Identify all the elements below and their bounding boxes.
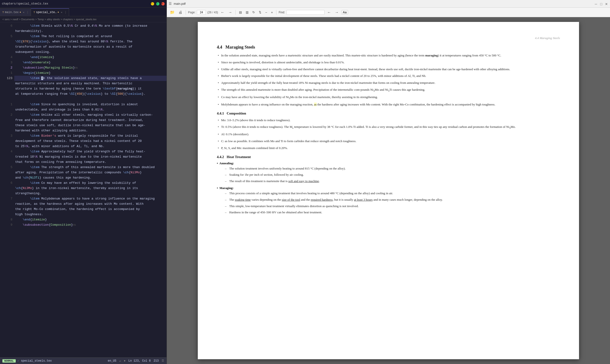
code-content[interactable]: \item Steels with 0.5\% Cr and 0.4\% Mo …: [14, 22, 167, 357]
code-line: high toughness.: [14, 212, 167, 217]
line-num: [0, 81, 12, 86]
toolbar-sep-2: [235, 10, 236, 15]
code-line: \item Since no quenching is involved, di…: [14, 102, 167, 107]
statusbar: NORMAL ✓ special_steels.tex en_US ↵ ● Ln…: [0, 357, 167, 364]
line-num: [0, 117, 12, 123]
line-num: 6: [0, 181, 12, 186]
line-num: [0, 123, 12, 128]
pdf-section-441-name: Composition: [227, 111, 246, 115]
code-line: at temperatures ranging from \SI{450}{\c…: [14, 91, 167, 97]
line-num: [0, 86, 12, 91]
toolbar-sep-3: [276, 10, 276, 15]
page-input[interactable]: [197, 10, 206, 15]
line-num: 5: [0, 34, 12, 39]
fold-icon: ✓: [18, 360, 19, 362]
pdf-sub-bullet-item: The solution treatment involves uniforml…: [224, 166, 560, 171]
pdf-folder-btn[interactable]: 📁: [169, 9, 176, 15]
line-num: 6: [0, 23, 12, 28]
pdf-page-header: 4.4 Maraging Steels: [217, 36, 560, 40]
line-num: [0, 139, 12, 144]
pdf-hamburger-icon[interactable]: ☰: [169, 2, 172, 6]
code-line: structure is hardened by aging (hence th…: [14, 86, 167, 91]
pdf-toolbar: 📁 🖨 Page: (26 / 43) ← → ▤ ▥ ↻ ⇅ − + Find…: [167, 8, 610, 17]
pdf-panel: ☰ main.pdf ─ □ ✕ 📁 🖨 Page: (26 / 43) ← →…: [167, 0, 610, 364]
pdf-maximize-btn[interactable]: □: [599, 2, 603, 5]
tab-sep-2: |: [65, 11, 67, 14]
statusbar-right: en_US ↵ ● Ln 123, Col 8 213 ☰: [108, 359, 164, 363]
aa-btn[interactable]: Aa: [341, 10, 348, 14]
code-line: to 25\%, with minor additions of Al, Ti,…: [14, 144, 167, 149]
pdf-sub-bullet-item: This simple, low-temperature heat treatm…: [224, 204, 560, 209]
pdf-print-btn[interactable]: 🖨: [177, 10, 183, 15]
code-line: \item Molybdenum appears to have a stron…: [14, 196, 167, 201]
code-line: \end{itemize}: [14, 217, 167, 222]
tab-main-tex-icon: T: [2, 11, 4, 14]
view-double-btn[interactable]: ▥: [244, 10, 250, 15]
tab-main-tex-close[interactable]: ✕: [23, 11, 24, 14]
breadcrumb-text: < sers > neelf > Documents > Temp > allo…: [2, 18, 96, 21]
pdf-close-btn[interactable]: ✕: [605, 2, 608, 5]
find-next-btn[interactable]: →: [334, 10, 340, 15]
pdf-sub-bullet-item: Soaking for 1hr per inch of section, fol…: [224, 172, 560, 177]
tab-special-ste-modified: ●: [58, 11, 59, 13]
pdf-content[interactable]: 4.4 Maraging Steels 4.4 Maraging Steels …: [167, 17, 610, 364]
pdf-section-441-num: 4.4.1: [217, 111, 224, 115]
code-line: \item Unlike all other steels, maraging …: [14, 112, 167, 117]
tab-special-ste-icon: T: [33, 11, 35, 14]
next-page-btn[interactable]: →: [227, 10, 233, 15]
pdf-scroll-btn[interactable]: ⇅: [258, 10, 263, 15]
pdf-bullet-item: Co may have an effect by lowering the so…: [217, 95, 560, 100]
toolbar-sep-1: [186, 10, 186, 15]
view-single-btn[interactable]: ▤: [238, 10, 243, 15]
line-num: [0, 91, 12, 97]
page-label: Page:: [188, 11, 195, 14]
code-line: \subsection{Maraging Steels}%%: [14, 65, 167, 70]
code-line: these steels use soft, ductile iron-nick…: [14, 123, 167, 128]
line-num: [0, 191, 12, 196]
pdf-rotate-btn[interactable]: ↻: [251, 10, 256, 15]
line-num: [0, 39, 12, 44]
line-num: [0, 207, 12, 212]
code-line: martensitic structure and are easily mac…: [14, 81, 167, 86]
code-line: reaction, as the hardness after aging in…: [14, 201, 167, 207]
code-line-active: \item In the solution annealed state, ma…: [14, 76, 167, 81]
code-line: that forms on cooling from annealing tem…: [14, 159, 167, 165]
find-input[interactable]: [286, 10, 325, 15]
page-info: (26 / 43): [207, 11, 218, 14]
maximize-icon[interactable]: □: [156, 2, 159, 5]
code-line: \item Co may have an effect by lowering …: [14, 181, 167, 186]
line-num: [0, 144, 12, 149]
prev-page-btn[interactable]: ←: [219, 10, 226, 15]
line-num: [0, 128, 12, 133]
tab-main-tex[interactable]: T main.tex ● ✕ |: [0, 8, 31, 16]
pdf-bullet-item: P, Si, S, and Mn: maximum combined limit…: [217, 146, 560, 151]
pdf-zoom-out-btn[interactable]: −: [264, 10, 268, 15]
pdf-minimize-btn[interactable]: ─: [594, 2, 598, 5]
breadcrumb: < sers > neelf > Documents > Temp > allo…: [0, 16, 167, 22]
pdf-bullet-item: The strength of this annealed martensite…: [217, 87, 560, 93]
line-num-active: 123: [0, 76, 12, 81]
line-num: [0, 28, 12, 34]
line-num: 3: [0, 60, 12, 65]
minimize-icon[interactable]: ─: [151, 2, 154, 5]
tab-main-tex-modified: ●: [20, 11, 21, 13]
editor-panel: chapters/special_steels.tex ─ □ ✕ T main…: [0, 0, 167, 364]
code-line: transformation of austenite to martensit…: [14, 44, 167, 50]
find-prev-btn[interactable]: ←: [326, 10, 332, 15]
line-num: 5: [0, 165, 12, 170]
tab-special-ste[interactable]: T special_ste… ● ✕ |: [31, 8, 69, 16]
line-num: 3: [0, 133, 12, 139]
statusbar-circle: ●: [124, 359, 126, 363]
find-label: Find:: [279, 11, 285, 14]
pdf-title: main.pdf: [174, 2, 186, 5]
statusbar-col-count: 213: [153, 359, 159, 363]
line-num: 1: [0, 70, 12, 76]
code-line: the right Mo-Co combination, the hardeni…: [14, 207, 167, 212]
pdf-zoom-in-btn[interactable]: +: [270, 10, 274, 15]
code-line: and \ch{Ni3Ti} causes this age hardening…: [14, 175, 167, 181]
pdf-bullet-item: Molybdenum appears to have a strong infl…: [217, 102, 560, 107]
close-icon[interactable]: ✕: [161, 2, 165, 5]
tab-special-ste-close[interactable]: ✕: [61, 11, 62, 14]
code-line: treated 18\% Ni maraging steels is due t…: [14, 154, 167, 159]
line-num: [0, 107, 12, 112]
